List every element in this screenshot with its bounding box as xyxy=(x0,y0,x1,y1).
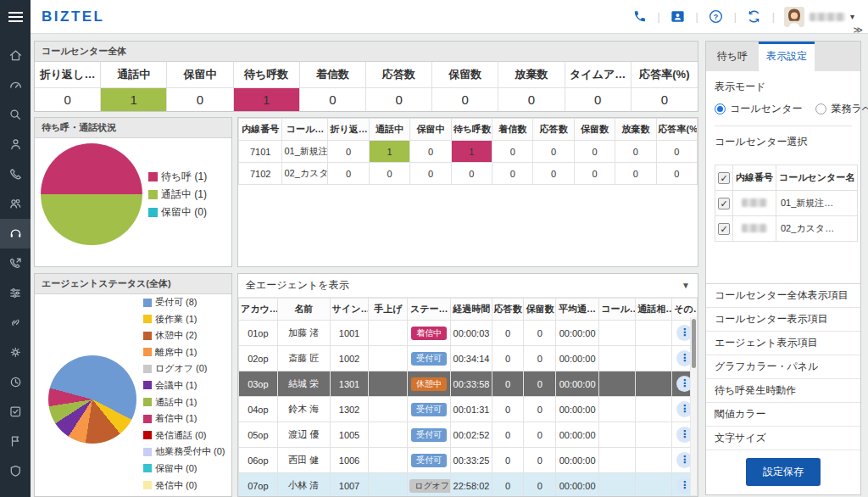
home-icon xyxy=(8,48,23,63)
stat-value: 0 xyxy=(167,88,233,111)
outbound-icon xyxy=(8,256,23,271)
sidebar-item-flag[interactable] xyxy=(0,427,31,456)
extension-cell: 0 xyxy=(656,163,697,185)
accordion-item[interactable]: 文字サイズ xyxy=(706,427,860,450)
legend-item: 他業務受付中 (0) xyxy=(143,445,225,458)
agent-icon xyxy=(8,137,23,152)
extension-col-header: 通話中 xyxy=(369,119,409,141)
accordion-item[interactable]: 閾値カラー xyxy=(706,403,860,427)
agent-cell: 22:58:02 xyxy=(451,473,492,497)
accordion-item[interactable]: グラフカラー・パネル xyxy=(706,355,860,379)
legend-item: 保留中 (0) xyxy=(143,462,225,475)
extension-cell: 0 xyxy=(369,163,409,185)
biztel-logo: BIZTEL xyxy=(42,8,105,25)
refresh-icon[interactable] xyxy=(746,8,763,25)
sidebar-item-search[interactable] xyxy=(0,100,31,130)
extension-cell: 0 xyxy=(410,141,451,163)
sidebar-item-shield[interactable] xyxy=(0,456,31,486)
sidebar-item-outbound[interactable] xyxy=(0,248,31,278)
sidebar-item-home[interactable] xyxy=(0,41,31,70)
agent-status-cell: 受付可 xyxy=(408,422,451,448)
agent-cell xyxy=(599,473,636,497)
agent-row[interactable]: 07op小林 清1007ログオフ22:58:020000:00:00⋮ xyxy=(239,473,698,497)
agent-table-scrollbar[interactable] xyxy=(690,317,697,495)
extension-cell xyxy=(733,216,776,242)
extension-cell: 0 xyxy=(615,141,656,163)
table-row[interactable]: 710202_カスタ…000000000 xyxy=(239,163,698,185)
tab-waiting-calls[interactable]: 待ち呼 xyxy=(706,42,759,71)
agent-cell: 00:00:00 xyxy=(556,473,599,497)
sidebar-item-dashboard[interactable] xyxy=(0,70,31,100)
extension-cell: 7102 xyxy=(239,163,282,185)
separator: | xyxy=(657,11,659,23)
agent-cell xyxy=(636,371,672,397)
agent-cell xyxy=(636,473,672,497)
row-checkbox[interactable]: ✓ xyxy=(718,198,730,209)
agent-row[interactable]: 03op結城 栄1301休憩中00:33:580000:00:00⋮ xyxy=(239,371,698,397)
extension-cell: 0 xyxy=(492,163,533,185)
agent-cell: 0 xyxy=(524,321,556,346)
agent-cell: 00:33:25 xyxy=(451,448,492,473)
sidebar-item-tasks[interactable] xyxy=(0,397,31,427)
sidebar-item-history[interactable] xyxy=(0,367,31,397)
agent-cell xyxy=(369,371,408,397)
sidebar-item-monitor[interactable] xyxy=(0,219,31,248)
agent-cell: 00:00:00 xyxy=(556,321,599,346)
radio-option[interactable]: 業務ラベル xyxy=(815,102,868,116)
sidebar-item-link[interactable] xyxy=(0,308,31,338)
agent-row[interactable]: 01op加藤 渚1001着信中00:00:030000:00:00⋮ xyxy=(239,321,698,346)
radio-option[interactable]: コールセンター xyxy=(715,102,802,116)
agent-row[interactable]: 06op西田 健1006受付可00:33:250000:00:00⋮ xyxy=(239,448,698,473)
legend-label: 会議中 (1) xyxy=(155,379,198,392)
sidebar-item-gear[interactable] xyxy=(0,338,31,367)
agent-cell xyxy=(599,448,636,473)
agent-filter-dropdown[interactable]: 全エージェントを表示 ▼ xyxy=(238,274,698,298)
radio-selected-icon[interactable] xyxy=(715,103,726,114)
group-icon xyxy=(8,197,23,211)
agent-cell xyxy=(369,473,408,497)
legend-label: 受付可 (8) xyxy=(155,296,198,309)
hamburger-menu-button[interactable] xyxy=(0,0,31,34)
accordion-item[interactable]: エージェント表示項目 xyxy=(706,332,860,355)
collapse-panel-button[interactable]: ≫ xyxy=(853,25,862,36)
contacts-icon[interactable] xyxy=(670,8,687,25)
callcenter-row[interactable]: ✓02_カスタ… xyxy=(715,216,858,242)
status-badge: 受付可 xyxy=(411,428,447,442)
legend-swatch xyxy=(143,332,152,340)
phone-icon[interactable] xyxy=(631,8,648,25)
save-settings-button[interactable]: 設定保存 xyxy=(746,458,821,486)
extension-blurred xyxy=(742,224,767,232)
accordion-item[interactable]: コールセンター全体表示項目 xyxy=(706,284,860,308)
agent-col-header: アカウ… xyxy=(239,299,278,321)
select-all-checkbox[interactable]: ✓ xyxy=(718,172,730,184)
sidebar-item-group[interactable] xyxy=(0,189,31,219)
row-checkbox[interactable]: ✓ xyxy=(718,223,730,235)
callcenter-row[interactable]: ✓01_新規注… xyxy=(715,191,858,216)
help-icon[interactable]: ? xyxy=(708,8,725,25)
stat-label: 保留数 xyxy=(432,62,498,88)
agent-col-header: 手上げ xyxy=(369,299,408,321)
legend-item: 発信通話 (0) xyxy=(143,429,225,442)
accordion-item[interactable]: コールセンター表示項目 xyxy=(706,308,860,332)
agent-row[interactable]: 02op斎藤 匠1002受付可00:34:140000:00:00⋮ xyxy=(239,346,698,371)
extension-cell: 0 xyxy=(451,163,492,185)
accordion-item[interactable]: 待ち呼発生時動作 xyxy=(706,379,860,403)
user-menu[interactable]: ▾ xyxy=(784,7,854,27)
agent-cell: 00:00:00 xyxy=(556,346,599,371)
overall-stats-panel: コールセンター全体 折り返し…通話中保留中待ち呼数着信数応答数保留数放棄数タイム… xyxy=(34,41,698,112)
scrollbar-thumb[interactable] xyxy=(692,319,696,368)
agent-row[interactable]: 04op鈴木 海1302受付可00:01:310000:00:00⋮ xyxy=(239,397,698,422)
agent-cell: 1006 xyxy=(330,448,369,473)
agent-cell: 02op xyxy=(239,346,278,371)
sidebar-item-phone[interactable] xyxy=(0,159,31,189)
table-row[interactable]: 710101_新規注…010100000 xyxy=(239,141,698,163)
tab-display-settings[interactable]: 表示設定 xyxy=(759,42,815,71)
sidebar-item-sliders[interactable] xyxy=(0,278,31,308)
radio-icon[interactable] xyxy=(815,103,826,114)
sidebar-item-agent[interactable] xyxy=(0,130,31,159)
agent-cell: 00:00:00 xyxy=(556,371,599,397)
agent-row[interactable]: 05op渡辺 優1005受付可00:02:520000:00:00⋮ xyxy=(239,422,698,448)
agent-cell xyxy=(599,422,636,448)
agent-cell xyxy=(369,346,408,371)
agent-col-header: コール… xyxy=(599,299,636,321)
